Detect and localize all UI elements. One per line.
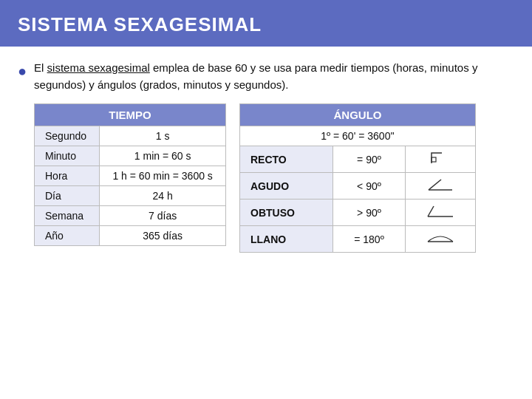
table-row: RECTO = 90º	[240, 146, 476, 173]
tiempo-label-segundo: Segundo	[35, 126, 100, 146]
angulo-label-llano: LLANO	[240, 226, 333, 253]
angulo-icon-llano	[406, 226, 476, 253]
table-row: AGUDO < 90º	[240, 173, 476, 200]
table-row: Hora 1 h = 60 min = 3600 s	[35, 166, 226, 186]
table-row: Semana 7 días	[35, 206, 226, 226]
tiempo-value-hora: 1 h = 60 min = 3600 s	[100, 166, 226, 186]
tiempo-label-minuto: Minuto	[35, 146, 100, 166]
tiempo-value-dia: 24 h	[100, 186, 226, 206]
svg-line-4	[428, 206, 434, 216]
header-bar: SISTEMA SEXAGESIMAL	[0, 0, 532, 47]
angulo-value-llano: = 180º	[332, 226, 405, 253]
angulo-icon-obtuso	[406, 200, 476, 226]
table-row: Minuto 1 min = 60 s	[35, 146, 226, 166]
table-row: LLANO = 180º	[240, 226, 476, 253]
tiempo-label-semana: Semana	[35, 206, 100, 226]
tiempo-label-ano: Año	[35, 226, 100, 246]
tiempo-value-segundo: 1 s	[100, 126, 226, 146]
angulo-label-recto: RECTO	[240, 146, 333, 173]
table-row: OBTUSO > 90º	[240, 200, 476, 226]
tiempo-label-hora: Hora	[35, 166, 100, 186]
angulo-main-value: 1º = 60' = 3600''	[240, 126, 476, 146]
tiempo-table: TIEMPO Segundo 1 s Minuto 1 min = 60 s H…	[34, 103, 226, 246]
tiempo-value-ano: 365 días	[100, 226, 226, 246]
angulo-label-agudo: AGUDO	[240, 173, 333, 200]
tiempo-value-semana: 7 días	[100, 206, 226, 226]
tiempo-label-dia: Día	[35, 186, 100, 206]
svg-rect-0	[432, 157, 436, 162]
angulo-icon-recto	[406, 146, 476, 173]
angulo-table: ÁNGULO 1º = 60' = 3600'' RECTO = 90º	[239, 103, 476, 253]
angulo-icon-agudo	[406, 173, 476, 200]
page: SISTEMA SEXAGESIMAL ● El sistema sexages…	[0, 0, 532, 399]
intro-text: El sistema sexagesimal emplea de base 60…	[34, 60, 514, 93]
angulo-value-obtuso: > 90º	[332, 200, 405, 226]
tiempo-value-minuto: 1 min = 60 s	[100, 146, 226, 166]
angulo-value-agudo: < 90º	[332, 173, 405, 200]
table-row: Segundo 1 s	[35, 126, 226, 146]
page-title: SISTEMA SEXAGESIMAL	[18, 13, 262, 35]
tables-row: TIEMPO Segundo 1 s Minuto 1 min = 60 s H…	[34, 103, 514, 253]
table-row: Año 365 días	[35, 226, 226, 246]
angulo-single-row: 1º = 60' = 3600''	[240, 126, 476, 146]
bullet-point: ●	[18, 61, 27, 81]
intro-row: ● El sistema sexagesimal emplea de base …	[18, 60, 514, 93]
main-content: ● El sistema sexagesimal emplea de base …	[0, 47, 532, 260]
angulo-label-obtuso: OBTUSO	[240, 200, 333, 226]
tiempo-header: TIEMPO	[35, 104, 226, 126]
angulo-value-recto: = 90º	[332, 146, 405, 173]
svg-line-2	[429, 180, 441, 190]
angulo-header: ÁNGULO	[240, 104, 476, 126]
table-row: Día 24 h	[35, 186, 226, 206]
